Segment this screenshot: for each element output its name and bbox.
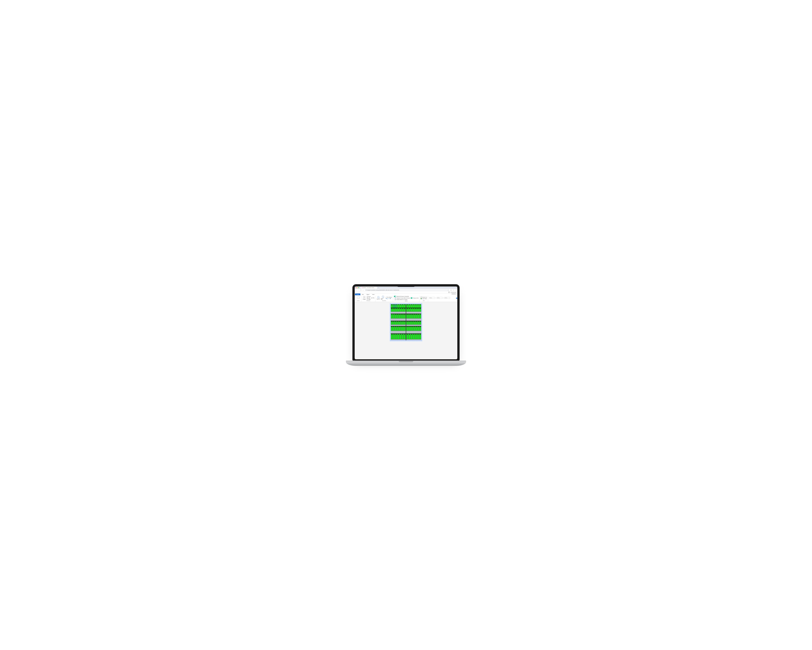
product-facing[interactable]: 5284 13 — [408, 326, 410, 331]
all-bookmarks-button[interactable]: All Bookmarks — [451, 292, 456, 293]
product-facing[interactable]: 1584 30 — [400, 304, 401, 308]
product-facing[interactable]: 1584 30 — [417, 304, 419, 308]
product-facing[interactable]: 7388 19 — [400, 321, 402, 325]
product-facing[interactable]: 0098 18 — [404, 314, 406, 318]
orientation-right-button[interactable]: Right — [367, 299, 371, 300]
product-facing[interactable]: 4896 97 — [415, 308, 417, 312]
product-facing[interactable]: 1584 30 — [404, 304, 406, 308]
product-facing[interactable]: 1584 30 — [406, 304, 408, 308]
product-facing[interactable]: 7388 19 — [397, 321, 398, 325]
design-canvas[interactable]: 4896 974091 374091 171584 411584 301584 … — [355, 302, 457, 359]
fit-to-screen-button[interactable]: ⤢ Fit to Screen — [386, 297, 392, 298]
product-facing[interactable]: 7388 19 — [412, 321, 414, 325]
tab-view[interactable]: View — [360, 294, 365, 295]
planogram-shelf[interactable]: 7388 147388 147388 147388 197388 197388 … — [391, 321, 406, 326]
planogram-shelf[interactable]: 1584 301584 301584 301584 301584 301584 … — [406, 304, 421, 308]
product-facing[interactable]: 5284 13 — [395, 326, 397, 331]
product-facing[interactable]: 7388 14 — [391, 321, 393, 325]
product-facing[interactable]: 5284 13 — [418, 326, 419, 331]
product-facing[interactable]: 0098 21 — [397, 314, 398, 318]
product-facing[interactable]: 4896 97 — [419, 304, 421, 308]
address-bar[interactable]: ⚙ designer.myomnipix.com/pog-file/B0D38D… — [365, 289, 450, 291]
product-facing[interactable]: 1584 30 — [415, 304, 417, 308]
product-facing[interactable]: 0098 18 — [406, 314, 408, 318]
brand-logo[interactable]: PIC2POG — [452, 294, 456, 294]
product-facing[interactable]: 5284 13 — [412, 326, 414, 331]
product-facing[interactable]: 1584 30 — [401, 308, 404, 312]
planogram-shelf[interactable]: 24 7024 700098 210098 210098 180098 1800… — [391, 314, 406, 321]
product-facing[interactable]: 24 70 — [391, 314, 393, 318]
product-facing[interactable]: 1340 238 — [404, 334, 406, 339]
product-facing[interactable]: 0098 18 — [402, 314, 404, 318]
nav-back-icon[interactable]: ← — [356, 289, 357, 291]
product-facing[interactable]: 5284 13 — [420, 326, 421, 331]
product-facing[interactable]: 5284 13 — [393, 326, 395, 331]
minimize-window-icon[interactable] — [357, 287, 358, 288]
product-facing[interactable]: 4091 37 — [395, 308, 397, 312]
product-facing[interactable]: 1340 238 — [406, 334, 408, 339]
tab-home[interactable]: Home — [355, 294, 360, 295]
product-facing[interactable]: 7388 19 — [406, 321, 408, 325]
nav-reload-icon[interactable]: ⟳ — [360, 289, 362, 291]
product-facing[interactable]: 7388 14 — [416, 321, 418, 325]
product-facing[interactable]: 0098 18 — [410, 314, 412, 318]
product-facing[interactable]: 1340 238 — [413, 334, 415, 339]
help-icon[interactable]: ? — [456, 298, 457, 299]
product-facing[interactable]: 7388 19 — [404, 321, 406, 325]
product-facing[interactable]: 7388 14 — [420, 321, 421, 325]
product-facing[interactable]: 1340 238 — [419, 334, 421, 339]
product-facing[interactable]: 1584 30 — [411, 308, 412, 312]
product-facing[interactable]: 1584 30 — [401, 304, 404, 308]
product-facing[interactable]: 24 70 — [393, 314, 395, 318]
bookmark-star-icon[interactable]: ☆ — [448, 289, 449, 291]
product-facing[interactable]: 1584 30 — [408, 304, 411, 308]
product-facing[interactable]: 24 70 — [420, 314, 421, 318]
product-list-button[interactable]: Product List — [421, 297, 427, 298]
product-facing[interactable]: 5284 13 — [397, 326, 398, 331]
images-button[interactable]: Images — [362, 296, 366, 300]
product-facing[interactable]: 4091 17 — [395, 304, 397, 308]
product-facing[interactable]: 1340 238 — [395, 334, 397, 339]
product-facing[interactable]: 5284 13 — [400, 326, 402, 331]
profile-icon[interactable]: ◯ — [453, 289, 454, 291]
product-facing[interactable]: 1340 238 — [391, 334, 393, 339]
product-facing[interactable]: 7388 19 — [408, 321, 410, 325]
pan-controls[interactable]: ◀ ▲ ▼ ▶ — [386, 298, 392, 299]
pan-right-icon[interactable]: ▶ — [390, 298, 391, 299]
planogram-bay[interactable]: 4896 974091 374091 171584 411584 301584 … — [391, 304, 406, 340]
toggle-borders[interactable] — [394, 299, 396, 300]
dim-field-3[interactable]: 0.0 in — [444, 297, 450, 299]
position-button[interactable] — [356, 297, 360, 299]
dim-field-2[interactable]: 0.0 in — [437, 297, 443, 299]
product-facing[interactable]: 0098 18 — [408, 314, 410, 318]
product-facing[interactable]: 0098 18 — [412, 314, 414, 318]
product-facing[interactable]: 1584 30 — [413, 304, 415, 308]
product-facing[interactable]: 0098 21 — [418, 314, 419, 318]
product-facing[interactable]: 1584 30 — [408, 308, 411, 312]
product-facing[interactable]: 5284 13 — [406, 326, 408, 331]
planogram-shelf[interactable]: 0098 180098 180098 180098 180098 180098 … — [406, 314, 421, 321]
product-facing[interactable]: 1584 30 — [404, 308, 406, 312]
product-facing[interactable]: 7388 14 — [395, 321, 397, 325]
product-facing[interactable]: 7388 19 — [402, 321, 404, 325]
toggle-select-all[interactable] — [394, 296, 396, 297]
dim-field-1[interactable]: 0.0 in — [429, 297, 435, 299]
product-facing[interactable]: 1340 238 — [415, 334, 417, 339]
product-facing[interactable]: 4896 97 — [391, 308, 393, 312]
browser-menu-icon[interactable]: ⋮ — [455, 289, 456, 291]
tab-report[interactable]: Report — [365, 294, 371, 295]
product-facing[interactable]: 1340 238 — [393, 334, 395, 339]
pan-down-icon[interactable]: ▼ — [388, 298, 390, 299]
toggle-snap[interactable] — [411, 297, 413, 299]
product-facing[interactable]: 0098 18 — [398, 314, 400, 318]
product-facing[interactable]: 1340 238 — [417, 334, 419, 339]
product-facing[interactable]: 4896 97 — [391, 304, 393, 308]
planogram-shelf[interactable]: 5284 135284 135284 135284 135284 135284 … — [406, 326, 421, 333]
tab-insert[interactable]: Insert — [371, 294, 376, 295]
nav-home-icon[interactable]: ⌂ — [362, 289, 364, 291]
nav-forward-icon[interactable]: → — [358, 289, 359, 291]
planogram-shelf[interactable]: 1584 301584 301584 301584 304896 974896 … — [406, 308, 421, 314]
color-rules-button[interactable]: Color Rules — [421, 298, 427, 299]
product-facing[interactable]: 4091 37 — [393, 304, 395, 308]
planogram-shelf[interactable]: 1340 2381340 2381340 2381340 2381340 238… — [391, 334, 406, 340]
